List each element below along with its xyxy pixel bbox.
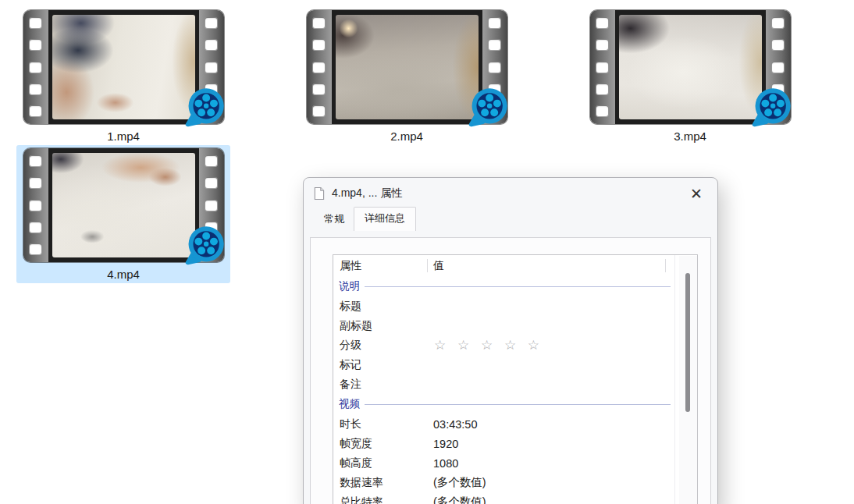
table-row: 标记 <box>333 355 697 374</box>
filmstrip-left-perforations <box>23 10 48 124</box>
table-row: 标题 <box>333 296 697 316</box>
video-frame <box>615 10 766 124</box>
sprocket-hole <box>312 39 326 51</box>
section-rule <box>365 404 671 405</box>
sprocket-hole <box>771 39 785 51</box>
sprocket-hole <box>596 83 609 95</box>
column-divider <box>427 259 428 272</box>
filmstrip-thumbnail <box>307 10 507 124</box>
sprocket-hole <box>29 200 42 211</box>
table-header-row: 属性 值 <box>333 255 697 276</box>
dialog-titlebar[interactable]: 4.mp4, ... 属性 ✕ <box>304 178 717 209</box>
sprocket-hole <box>29 17 42 29</box>
table-row: 帧宽度 1920 <box>333 434 697 453</box>
table-scrollbar[interactable] <box>679 256 697 504</box>
sprocket-hole <box>488 17 501 29</box>
tab-details[interactable]: 详细信息 <box>354 207 416 231</box>
value-frame-width: 1920 <box>433 438 458 450</box>
table-row: 数据速率 (多个数值) <box>333 473 697 492</box>
section-header-video: 视频 <box>333 394 697 414</box>
filmstrip-left-perforations <box>23 148 48 262</box>
column-header-value: 值 <box>433 259 444 273</box>
sprocket-hole <box>29 83 42 95</box>
video-frame <box>48 148 199 262</box>
video-thumbnail-image <box>619 15 762 119</box>
sprocket-hole <box>312 105 326 117</box>
rating-stars[interactable]: ☆ ☆ ☆ ☆ ☆ <box>434 337 543 353</box>
sprocket-hole <box>29 62 42 73</box>
column-header-property: 属性 <box>340 259 361 273</box>
sprocket-hole <box>488 39 501 51</box>
value-data-rate: (多个数值) <box>433 475 486 490</box>
sprocket-hole <box>205 155 218 167</box>
file-item-3[interactable]: 3.mp4 <box>583 7 797 145</box>
column-divider <box>665 259 666 272</box>
properties-table: 属性 值 说明 标题 副标题 分级 ☆ ☆ ☆ ☆ ☆ <box>333 254 698 504</box>
file-name-label: 1.mp4 <box>16 130 230 143</box>
filmstrip-thumbnail <box>23 10 224 124</box>
sprocket-hole <box>312 62 326 73</box>
file-name-label: 2.mp4 <box>300 130 514 143</box>
filmstrip-left-perforations <box>307 10 332 124</box>
table-row: 副标题 <box>333 316 697 335</box>
properties-dialog: 4.mp4, ... 属性 ✕ 常规 详细信息 属性 值 说明 标题 <box>303 177 718 504</box>
value-duration: 03:43:50 <box>433 418 477 431</box>
sprocket-hole <box>29 155 42 167</box>
media-player-badge-icon <box>749 86 793 130</box>
video-thumbnail-image <box>52 15 195 119</box>
sprocket-hole <box>29 39 42 51</box>
scrollbar-thumb[interactable] <box>685 273 690 412</box>
sprocket-hole <box>488 62 501 73</box>
dialog-tabs: 常规 详细信息 <box>315 209 717 230</box>
sprocket-hole <box>312 83 326 95</box>
table-row: 总比特率 (多个数值) <box>333 492 697 504</box>
video-thumbnail-image <box>336 15 479 119</box>
video-frame <box>332 10 482 124</box>
video-frame <box>48 10 199 124</box>
table-row: 备注 <box>333 374 697 394</box>
sprocket-hole <box>205 200 218 211</box>
sprocket-hole <box>29 177 42 189</box>
file-item-1[interactable]: 1.mp4 <box>16 7 230 145</box>
media-player-badge-icon <box>183 86 226 130</box>
video-thumbnail-image <box>52 153 195 257</box>
table-row: 时长 03:43:50 <box>333 414 697 434</box>
filmstrip-left-perforations <box>590 10 615 124</box>
sprocket-hole <box>205 177 218 189</box>
file-item-4-selected[interactable]: 4.mp4 <box>16 145 230 283</box>
tab-general[interactable]: 常规 <box>315 209 354 230</box>
sprocket-hole <box>771 17 785 29</box>
sprocket-hole <box>29 105 42 117</box>
section-header-description: 说明 <box>333 276 697 296</box>
table-row: 分级 ☆ ☆ ☆ ☆ ☆ <box>333 335 697 355</box>
file-name-label: 4.mp4 <box>16 268 230 281</box>
close-button[interactable]: ✕ <box>685 182 708 205</box>
media-player-badge-icon <box>183 224 226 268</box>
sprocket-hole <box>29 243 42 255</box>
sprocket-hole <box>596 105 609 117</box>
sprocket-hole <box>596 62 609 73</box>
section-rule <box>365 286 671 287</box>
dialog-title: 4.mp4, ... 属性 <box>332 186 402 201</box>
sprocket-hole <box>596 39 609 51</box>
details-tab-page: 属性 值 说明 标题 副标题 分级 ☆ ☆ ☆ ☆ ☆ <box>310 237 711 504</box>
sprocket-hole <box>205 17 218 29</box>
file-name-label: 3.mp4 <box>583 130 797 143</box>
table-row: 帧高度 1080 <box>333 453 697 473</box>
media-player-badge-icon <box>466 86 510 130</box>
sprocket-hole <box>312 17 326 29</box>
sprocket-hole <box>596 17 609 29</box>
document-icon <box>313 186 325 201</box>
sprocket-hole <box>205 39 218 51</box>
filmstrip-thumbnail <box>23 148 224 262</box>
value-total-bitrate: (多个数值) <box>433 495 486 504</box>
value-frame-height: 1080 <box>433 457 458 470</box>
sprocket-hole <box>205 62 218 73</box>
sprocket-hole <box>771 62 785 73</box>
sprocket-hole <box>29 222 42 233</box>
filmstrip-thumbnail <box>590 10 791 124</box>
file-item-2[interactable]: 2.mp4 <box>300 7 514 145</box>
